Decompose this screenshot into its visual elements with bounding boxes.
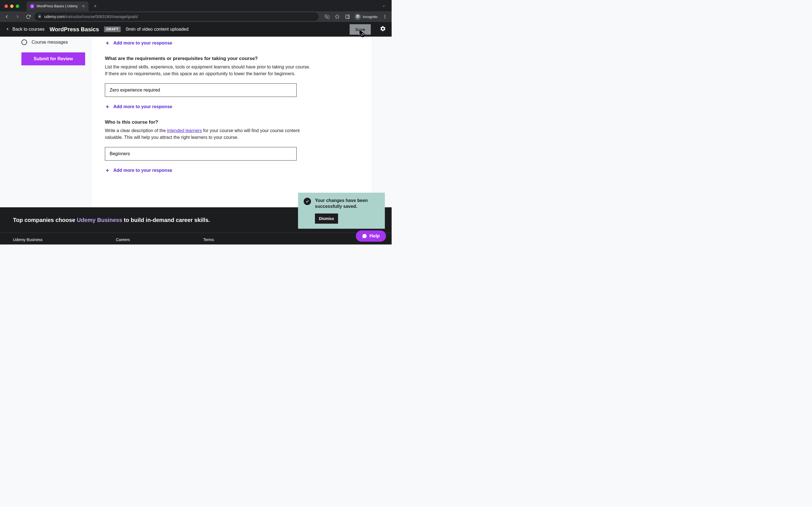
upload-status: 0min of video content uploaded (126, 27, 188, 32)
new-tab-button[interactable]: + (91, 2, 99, 10)
requirements-description: List the required skills, experience, to… (105, 64, 313, 77)
svg-marker-0 (335, 15, 340, 18)
tab-strip: û WordPress Basics | Udemy ✕ + (0, 0, 392, 11)
browser-toolbar: udemy.com/instructor/course/5063180/mana… (0, 11, 392, 22)
plus-icon (105, 104, 110, 109)
sidebar-item-label: Course messages (32, 40, 68, 45)
sidebar-item-course-messages[interactable]: Course messages (21, 40, 85, 45)
page-body: Course messages Submit for Review Add mo… (0, 37, 392, 244)
footer-tagline: Top companies choose Udemy Business to b… (13, 217, 210, 223)
maximize-window-button[interactable] (16, 4, 19, 8)
plus-icon (105, 168, 110, 173)
course-title: WordPress Basics (50, 26, 99, 33)
browser-menu-icon[interactable] (380, 12, 389, 21)
lock-icon (38, 14, 42, 19)
audience-input[interactable] (105, 147, 297, 161)
status-badge: DRAFT (104, 26, 121, 32)
requirements-section: What are the requirements or prerequisit… (105, 56, 358, 109)
back-to-courses-link[interactable]: Back to courses (6, 26, 45, 33)
intended-learners-link[interactable]: intended learners (167, 128, 202, 133)
back-label: Back to courses (12, 27, 45, 32)
audience-section: Who is this course for? Write a clear de… (105, 119, 358, 173)
footer-link-terms[interactable]: Terms (203, 237, 214, 244)
side-panel-icon[interactable] (343, 12, 352, 21)
svg-point-7 (385, 17, 386, 18)
settings-button[interactable] (380, 25, 386, 33)
app-header: Back to courses WordPress Basics DRAFT 0… (0, 22, 392, 37)
svg-point-6 (385, 16, 386, 17)
save-button[interactable]: Save (350, 24, 371, 35)
footer-link-udemy-business[interactable]: Udemy Business (13, 237, 43, 244)
incognito-icon (355, 13, 361, 20)
add-more-response-button-1[interactable]: Add more to your response (105, 41, 358, 46)
tab-favicon: û (30, 4, 35, 8)
svg-point-5 (385, 15, 386, 16)
save-success-toast: Your changes have been successfully save… (298, 193, 385, 229)
reload-button[interactable] (24, 12, 33, 21)
minimize-window-button[interactable] (10, 4, 13, 8)
udemy-business-link[interactable]: Udemy Business (77, 217, 122, 223)
plus-icon (105, 41, 110, 46)
incognito-indicator[interactable]: Incognito (353, 13, 379, 20)
requirements-input[interactable] (105, 83, 297, 97)
browser-tab[interactable]: û WordPress Basics | Udemy ✕ (27, 1, 89, 11)
tabs-overflow-button[interactable] (380, 2, 388, 10)
help-button[interactable]: Help (356, 230, 386, 242)
close-window-button[interactable] (4, 4, 8, 8)
tab-title: WordPress Basics | Udemy (37, 4, 80, 8)
svg-point-4 (358, 16, 359, 17)
add-more-response-button-2[interactable]: Add more to your response (105, 104, 358, 109)
audience-description: Write a clear description of the intende… (105, 127, 313, 141)
footer-link-careers[interactable]: Careers (116, 237, 130, 244)
tab-close-icon[interactable]: ✕ (82, 4, 85, 8)
audience-title: Who is this course for? (105, 119, 358, 125)
forward-button[interactable] (13, 12, 22, 21)
requirements-title: What are the requirements or prerequisit… (105, 56, 358, 61)
toast-message: Your changes have been successfully save… (315, 198, 379, 210)
chat-icon (362, 233, 367, 238)
radio-icon (21, 40, 27, 45)
url-text: udemy.com/instructor/course/5063180/mana… (44, 14, 138, 19)
check-circle-icon (304, 198, 311, 205)
footer-links: Udemy Business Careers Terms (0, 233, 392, 244)
submit-for-review-button[interactable]: Submit for Review (21, 52, 85, 65)
svg-point-3 (357, 16, 358, 17)
window-controls (4, 4, 19, 8)
address-bar[interactable]: udemy.com/instructor/course/5063180/mana… (35, 12, 319, 21)
bookmark-star-icon[interactable] (333, 12, 342, 21)
eye-off-icon[interactable] (322, 12, 332, 21)
chevron-left-icon (6, 26, 10, 33)
add-more-response-button-3[interactable]: Add more to your response (105, 168, 358, 173)
back-button[interactable] (2, 12, 11, 21)
browser-chrome: û WordPress Basics | Udemy ✕ + udemy.com… (0, 0, 392, 22)
toast-dismiss-button[interactable]: Dismiss (315, 214, 338, 224)
svg-rect-1 (346, 15, 349, 18)
